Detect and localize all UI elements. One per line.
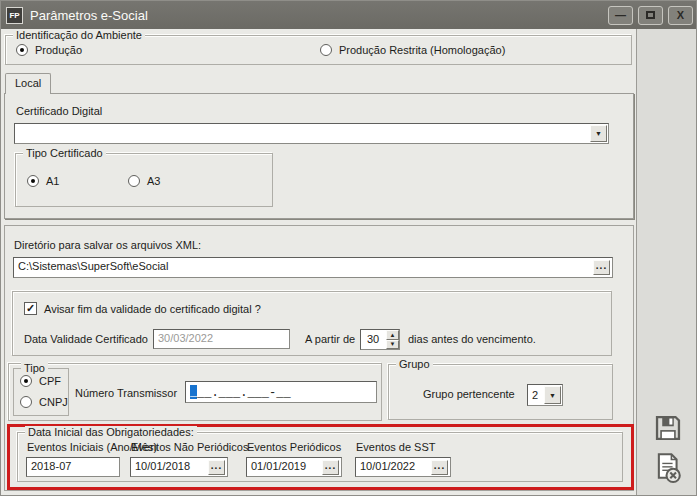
radio-dot-icon [128, 175, 140, 187]
browse-eventos-nao-periodicos-button[interactable]: ... [208, 460, 225, 475]
tab-local[interactable]: Local [5, 73, 51, 94]
spinner-up-icon[interactable]: ▲ [386, 330, 399, 340]
eventos-sst-input[interactable]: 10/01/2022 ... [355, 457, 451, 477]
label-eventos-periodicos: Eventos Periódicos [247, 441, 341, 453]
label-eventos-nao-periodicos: Eventos Não Periódicos [131, 441, 248, 453]
radio-a1[interactable]: A1 [27, 175, 59, 187]
label-a-partir-de: A partir de [305, 333, 355, 345]
app-icon: FP [6, 7, 23, 24]
minimize-button[interactable]: — [608, 6, 633, 25]
group-identificacao-ambiente: Identificação do Ambiente Produção Produ… [5, 35, 632, 65]
radio-a3-label: A3 [147, 175, 160, 187]
eventos-nao-periodicos-value: 10/01/2018 [135, 460, 190, 472]
cancel-button[interactable] [651, 451, 685, 485]
radio-a3[interactable]: A3 [128, 175, 160, 187]
document-x-icon [653, 452, 683, 484]
group-obrigatoriedades-label: Data Inicial das Obrigatoriedades: [25, 426, 197, 438]
close-button[interactable]: X [668, 6, 693, 25]
diretorio-input[interactable]: C:\Sistemas\SuperSoft\eSocial ... [13, 257, 613, 278]
group-tipo-label: Tipo [21, 362, 48, 374]
grupo-select[interactable]: 2 ▼ [527, 384, 563, 406]
label-certificado-digital: Certificado Digital [16, 105, 102, 117]
chevron-down-icon[interactable]: ▼ [544, 386, 561, 404]
parametros-esocial-window: FP Parâmetros e-Social — X Identificação… [0, 0, 697, 496]
radio-producao-restrita[interactable]: Produção Restrita (Homologação) [320, 44, 505, 56]
floppy-disk-icon [653, 413, 683, 443]
label-diretorio-xml: Diretório para salvar os arquivos XML: [14, 239, 201, 251]
settings-panel: Diretório para salvar os arquivos XML: C… [4, 225, 634, 491]
label-dias-antes-vencimento: dias antes do vencimento. [408, 333, 536, 345]
radio-producao-label: Produção [35, 44, 82, 56]
eventos-iniciais-input[interactable]: 2018-07 [26, 457, 120, 477]
text-selection-cursor: _ [190, 385, 197, 399]
radio-a1-label: A1 [46, 175, 59, 187]
browse-eventos-sst-button[interactable]: ... [431, 460, 448, 475]
eventos-iniciais-value: 2018-07 [31, 460, 71, 472]
browse-diretorio-button[interactable]: ... [593, 260, 610, 275]
group-grupo: Grupo Grupo pertencente 2 ▼ [388, 364, 613, 420]
group-tipo-certificado-label: Tipo Certificado [23, 147, 106, 159]
radio-dot-icon [16, 44, 28, 56]
radio-dot-icon [27, 175, 39, 187]
label-data-validade: Data Validade Certificado [24, 333, 148, 345]
numero-transmissor-mask: __.___.___-__ [197, 386, 291, 400]
checkbox-avisar-validade-label: Avisar fim da validade do certificado di… [44, 303, 261, 315]
certificado-combobox[interactable]: ▼ [14, 123, 609, 144]
maximize-button[interactable] [638, 6, 663, 25]
group-validade-certificado: ✓ Avisar fim da validade do certificado … [12, 291, 612, 356]
close-icon: X [677, 10, 684, 21]
group-tipo-certificado: Tipo Certificado A1 A3 [15, 153, 273, 207]
dias-spinner-value: 30 [361, 333, 385, 345]
group-grupo-label: Grupo [396, 358, 433, 370]
checkmark-icon: ✓ [24, 302, 37, 315]
save-button[interactable] [651, 411, 685, 445]
group-obrigatoriedades: Data Inicial das Obrigatoriedades: Event… [17, 432, 623, 482]
eventos-periodicos-input[interactable]: 01/01/2019 ... [246, 457, 342, 477]
titlebar: FP Parâmetros e-Social — X [1, 1, 697, 29]
numero-transmissor-input[interactable]: ___.___.___-__ [185, 381, 377, 403]
radio-producao[interactable]: Produção [16, 44, 82, 56]
radio-dot-icon [320, 44, 332, 56]
group-identificacao-ambiente-label: Identificação do Ambiente [13, 29, 145, 41]
group-tipo-transmissor: Tipo CPF CNPJ [13, 368, 69, 416]
label-numero-transmissor: Número Transmissor [75, 387, 177, 399]
radio-producao-restrita-label: Produção Restrita (Homologação) [339, 44, 505, 56]
chevron-down-icon[interactable]: ▼ [590, 125, 607, 142]
diretorio-input-value: C:\Sistemas\SuperSoft\eSocial [18, 260, 168, 272]
radio-cpf[interactable]: CPF [20, 375, 61, 387]
tab-local-label: Local [15, 77, 41, 89]
minimize-icon: — [615, 10, 626, 21]
radio-cpf-label: CPF [39, 375, 61, 387]
eventos-nao-periodicos-input[interactable]: 10/01/2018 ... [130, 457, 228, 477]
radio-dot-icon [20, 375, 32, 387]
tab-local-panel: Certificado Digital ▼ Tipo Certificado A… [4, 93, 634, 219]
label-grupo-pertencente: Grupo pertencente [423, 388, 515, 400]
maximize-icon [646, 11, 655, 19]
radio-dot-icon [20, 396, 32, 408]
data-validade-value: 30/03/2022 [158, 332, 213, 344]
browse-eventos-periodicos-button[interactable]: ... [322, 460, 339, 475]
checkbox-avisar-validade[interactable]: ✓ Avisar fim da validade do certificado … [24, 302, 261, 315]
highlight-rectangle: Data Inicial das Obrigatoriedades: Event… [7, 424, 634, 490]
window-title: Parâmetros e-Social [30, 8, 603, 23]
grupo-select-value: 2 [532, 389, 542, 401]
action-panel [636, 29, 697, 496]
eventos-periodicos-value: 01/01/2019 [251, 460, 306, 472]
data-validade-input[interactable]: 30/03/2022 [153, 329, 290, 349]
box-transmissor: Tipo CPF CNPJ Número Transmissor ___.___… [8, 363, 382, 421]
radio-cnpj-label: CNPJ [39, 396, 68, 408]
radio-cnpj[interactable]: CNPJ [20, 396, 68, 408]
label-eventos-sst: Eventos de SST [356, 441, 436, 453]
dias-spinner[interactable]: 30 ▲ ▼ [360, 329, 400, 350]
eventos-sst-value: 10/01/2022 [360, 460, 415, 472]
spinner-down-icon[interactable]: ▼ [386, 340, 399, 350]
